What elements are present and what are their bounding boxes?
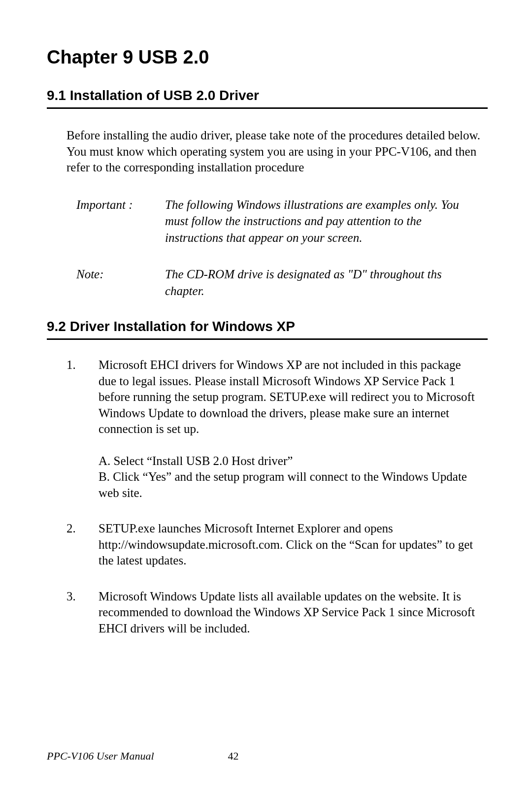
list-item: 1. Microsoft EHCI drivers for Windows XP… — [66, 357, 488, 501]
list-content: Microsoft Windows Update lists all avail… — [99, 589, 488, 637]
step-2-text: SETUP.exe launches Microsoft Internet Ex… — [99, 522, 473, 567]
substep-b: B. Click “Yes” and the setup program wil… — [99, 469, 480, 501]
list-content: Microsoft EHCI drivers for Windows XP ar… — [99, 357, 488, 501]
step-3-text: Microsoft Windows Update lists all avail… — [99, 590, 475, 635]
important-note: Important : The following Windows illust… — [76, 197, 488, 246]
footer-manual-title: PPC-V106 User Manual — [47, 750, 154, 763]
page-footer: PPC-V106 User Manual 42 — [0, 750, 532, 763]
section-9-1-paragraph: Before installing the audio driver, plea… — [66, 128, 488, 176]
important-label: Important : — [76, 197, 165, 246]
note-label: Note: — [76, 266, 165, 299]
section-9-1-heading: 9.1 Installation of USB 2.0 Driver — [47, 88, 488, 109]
list-number: 3. — [66, 589, 99, 637]
list-item: 2. SETUP.exe launches Microsoft Internet… — [66, 521, 488, 569]
section-9-2-heading: 9.2 Driver Installation for Windows XP — [47, 319, 488, 340]
substep-a: A. Select “Install USB 2.0 Host driver” — [99, 453, 480, 469]
step-1-text: Microsoft EHCI drivers for Windows XP ar… — [99, 358, 475, 435]
list-content: SETUP.exe launches Microsoft Internet Ex… — [99, 521, 488, 569]
footer-page-number: 42 — [228, 750, 239, 763]
list-item: 3. Microsoft Windows Update lists all av… — [66, 589, 488, 637]
note-row: Note: The CD-ROM drive is designated as … — [76, 266, 488, 299]
important-text: The following Windows illustrations are … — [165, 197, 488, 246]
installation-steps: 1. Microsoft EHCI drivers for Windows XP… — [66, 357, 488, 636]
note-text: The CD-ROM drive is designated as "D" th… — [165, 266, 488, 299]
list-number: 1. — [66, 357, 99, 501]
chapter-title: Chapter 9 USB 2.0 — [47, 47, 488, 68]
list-number: 2. — [66, 521, 99, 569]
